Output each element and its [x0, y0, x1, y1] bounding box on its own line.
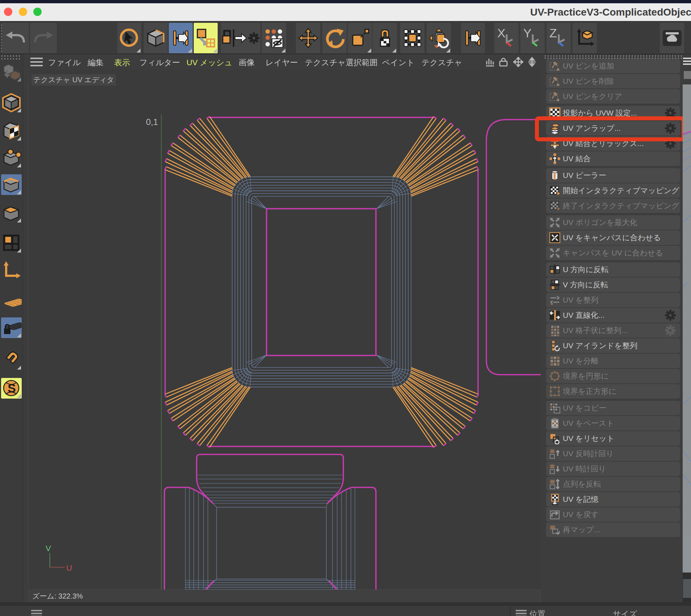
svg-text:U: U — [66, 563, 72, 573]
svg-text:Z: Z — [549, 28, 557, 40]
svg-text:V: V — [46, 544, 51, 553]
svg-text:0,1: 0,1 — [146, 117, 158, 127]
svg-text:Y: Y — [523, 28, 532, 40]
svg-text:X: X — [497, 28, 506, 40]
svg-text:S: S — [8, 381, 16, 395]
